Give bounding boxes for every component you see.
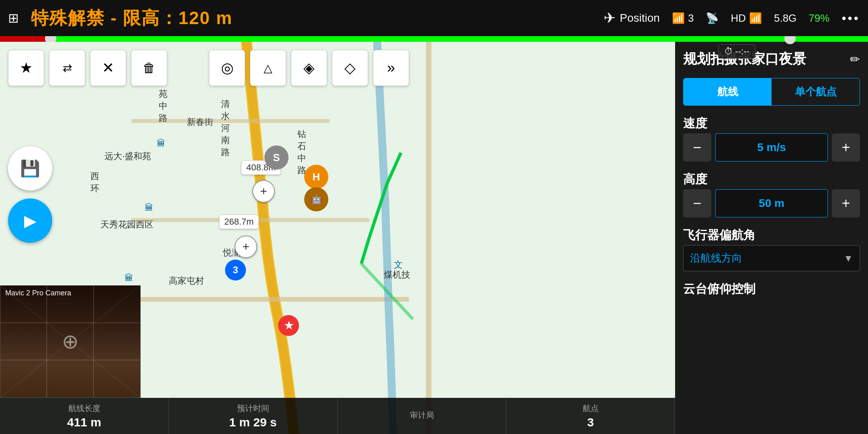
camera-crosshair: ⊕	[62, 330, 79, 353]
save-button[interactable]: 💾	[8, 146, 52, 190]
hd-signal: HD 📶	[731, 12, 762, 25]
gimbal-label: 云台俯仰控制	[683, 281, 860, 297]
speed-minus-btn[interactable]: −	[683, 133, 711, 162]
yaw-label: 飞行器偏航角	[683, 227, 860, 244]
waypoint-3[interactable]: 3	[225, 260, 246, 280]
battery-status: 79%	[809, 12, 829, 25]
tab-row: 航线 单个航点	[683, 78, 860, 106]
rc-icon: 📡	[706, 12, 719, 25]
add-waypoint-2[interactable]: +	[235, 235, 257, 258]
yaw-value: 沿航线方向	[690, 251, 843, 265]
stat-waypoints-label: 航点	[583, 403, 599, 414]
altitude-section: 高度 − 50 m +	[683, 171, 860, 217]
rc-signal: 📡	[706, 12, 719, 25]
eraser-btn[interactable]: ◇	[332, 50, 368, 86]
map-label-tianxiu: 天秀花园西区	[100, 219, 154, 231]
drone-status[interactable]: ✈ Position	[604, 10, 660, 27]
add-waypoint-1[interactable]: +	[252, 180, 275, 203]
storage-label: 5.8G	[774, 12, 796, 25]
more-menu[interactable]: •••	[841, 11, 860, 26]
yaw-section: 飞行器偏航角 沿航线方向 ▼	[683, 227, 860, 271]
camera-preview: Mavic 2 Pro Camera ⊕	[0, 285, 141, 398]
yaw-dropdown[interactable]: 沿航线方向 ▼	[683, 245, 860, 271]
edit-button[interactable]: ✏	[850, 52, 860, 66]
page-title: 特殊解禁 - 限高：120 m	[31, 6, 233, 30]
toolbar-top-left: ★ ⇄ ✕ 🗑	[8, 50, 167, 86]
altitude-control: − 50 m +	[683, 189, 860, 217]
hd-label: HD	[731, 12, 746, 25]
panel-title-row: 规划拍摄张家口夜景 ✏	[683, 50, 860, 68]
location-btn[interactable]: ◎	[209, 50, 245, 86]
right-panel: 规划拍摄张家口夜景 ✏ 航线 单个航点 速度 − 5 m/s + 高度 − 50…	[675, 42, 868, 434]
map-label-wen: 文	[394, 259, 403, 271]
map-label-blue1: 🏛	[157, 138, 166, 149]
map-label-yuanzhong: 苑中路	[159, 88, 168, 124]
position-label: Position	[620, 12, 660, 25]
waypoint-drone[interactable]: 🤖	[304, 187, 328, 211]
gps-time-value: --:--	[735, 46, 749, 57]
map-area[interactable]: 远大·盛和苑 西环 新春街 清水河南路 天秀花园西区 悦澜湾 高家屯村 苑中路 …	[0, 42, 675, 434]
signal-group: 📶 3	[672, 12, 694, 25]
progress-bar: ⏱ --:--	[0, 36, 868, 42]
top-bar: ⊞ 特殊解禁 - 限高：120 m ✈ Position 📶 3 📡 HD 📶 …	[0, 0, 868, 36]
stat-waypoints-value: 3	[587, 416, 594, 429]
cancel-btn[interactable]: ✕	[90, 50, 126, 86]
speed-plus-btn[interactable]: +	[832, 133, 860, 162]
speed-section: 速度 − 5 m/s +	[683, 115, 860, 162]
route-switch-btn[interactable]: ⇄	[49, 50, 85, 86]
gps-time-icon: ⏱	[724, 46, 733, 57]
speed-control: − 5 m/s +	[683, 133, 860, 162]
stat-route-length: 航线长度 411 m	[0, 398, 169, 434]
stat-waypoints: 航点 3	[506, 398, 675, 434]
toolbar-top-right: ◎ △ ◈ ◇ »	[209, 50, 409, 86]
altitude-plus-btn[interactable]: +	[832, 189, 860, 217]
status-section: ✈ Position 📶 3 📡 HD 📶 5.8G 79% •••	[604, 10, 860, 27]
stat-audit: 审计局	[338, 398, 506, 434]
chevron-down-icon: ▼	[843, 253, 853, 264]
waypoint-h[interactable]: H	[304, 165, 328, 189]
grid-icon[interactable]: ⊞	[8, 10, 19, 26]
more-tools-btn[interactable]: »	[373, 50, 409, 86]
bottom-stats-bar: 航线长度 411 m 预计时间 1 m 29 s 审计局 航点 3	[0, 398, 675, 434]
stat-audit-label: 审计局	[410, 410, 434, 421]
tab-route[interactable]: 航线	[684, 78, 772, 105]
signal-icon: 📶	[672, 12, 685, 25]
altitude-display: 50 m	[715, 189, 828, 217]
map-label-zuanshi: 钻石中路	[297, 128, 306, 176]
main-content: 远大·盛和苑 西环 新春街 清水河南路 天秀花园西区 悦澜湾 高家屯村 苑中路 …	[0, 42, 868, 434]
gimbal-section: 云台俯仰控制	[683, 281, 860, 299]
signal-value: 3	[688, 12, 694, 25]
waypoint-s[interactable]: S	[264, 145, 289, 170]
delete-btn[interactable]: 🗑	[131, 50, 167, 86]
stat-time-label: 预计时间	[237, 403, 269, 414]
stat-route-length-label: 航线长度	[68, 403, 100, 414]
camera-label: Mavic 2 Pro Camera	[5, 289, 71, 297]
hd-icon: 📶	[749, 12, 762, 25]
compass-btn[interactable]: △	[250, 50, 286, 86]
play-button[interactable]: ▶	[8, 199, 52, 243]
altitude-label: 高度	[683, 171, 860, 188]
tab-single-waypoint[interactable]: 单个航点	[772, 78, 860, 105]
map-label-qingshui: 清水河南路	[221, 98, 230, 158]
layers-btn[interactable]: ◈	[291, 50, 327, 86]
drone-icon: ✈	[604, 10, 616, 27]
progress-green	[48, 36, 868, 42]
speed-label: 速度	[683, 115, 860, 132]
speed-display: 5 m/s	[715, 133, 828, 162]
stat-route-length-value: 411 m	[67, 416, 101, 429]
map-label-xihuan: 西环	[90, 170, 99, 194]
map-label-yuanda: 远大·盛和苑	[104, 150, 151, 162]
gps-time-display: ⏱ --:--	[718, 44, 755, 59]
waypoint-add-btn[interactable]: ★	[8, 50, 44, 86]
stat-estimated-time: 预计时间 1 m 29 s	[169, 398, 338, 434]
waypoint-star[interactable]: ★	[278, 315, 299, 336]
altitude-minus-btn[interactable]: −	[683, 189, 711, 217]
left-actions: 💾 ▶	[8, 146, 52, 243]
distance-label-2: 268.7m	[219, 215, 259, 229]
map-label-blue2: 🏛	[145, 203, 154, 213]
storage: 5.8G	[774, 12, 796, 25]
map-label-blue3: 🏛	[125, 273, 133, 283]
map-label-xinchun: 新春街	[187, 116, 213, 128]
stat-time-value: 1 m 29 s	[229, 416, 276, 429]
map-label-gaojia: 高家屯村	[169, 275, 204, 287]
